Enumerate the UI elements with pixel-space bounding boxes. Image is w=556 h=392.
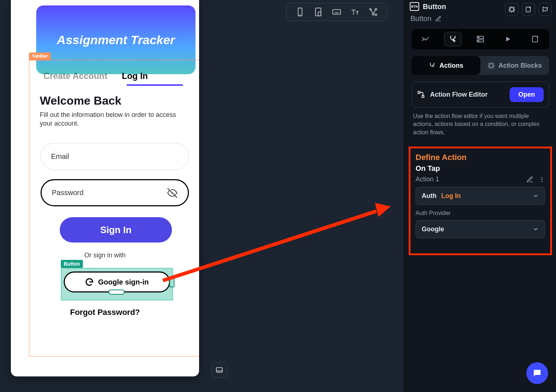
edit-name-icon[interactable]	[435, 16, 442, 22]
svg-rect-22	[418, 92, 420, 94]
chevron-down-icon	[532, 193, 539, 199]
svg-rect-21	[532, 36, 538, 42]
tab-log-in[interactable]: Log In	[122, 71, 148, 81]
define-action-highlight: Define Action On Tap Action 1 Auth Log I…	[409, 147, 552, 255]
seg-actions-label: Actions	[439, 62, 463, 69]
component-name[interactable]: Button	[410, 14, 431, 23]
edit-action-icon[interactable]	[526, 176, 534, 183]
open-flow-editor-button[interactable]: Open	[510, 87, 544, 102]
flow-editor-hint: Use the action flow editor if you want m…	[413, 112, 547, 136]
svg-rect-14	[216, 368, 223, 372]
eye-off-icon[interactable]	[167, 187, 178, 198]
canvas-footer-button[interactable]	[211, 362, 227, 378]
node-settings-icon[interactable]	[368, 7, 378, 17]
seg-actions[interactable]: Actions	[412, 56, 480, 75]
add-panel-icon[interactable]	[522, 3, 535, 16]
panel-tabs	[412, 29, 549, 49]
password-field[interactable]: Password	[41, 179, 189, 206]
define-action-heading: Define Action	[416, 153, 545, 162]
auth-tabs: Create Account Log In	[43, 69, 192, 83]
actions-segmented: Actions Action Blocks	[412, 56, 549, 75]
tab-underline	[127, 84, 183, 86]
flag-icon[interactable]	[539, 3, 552, 16]
or-label: Or sign in with	[11, 252, 199, 259]
svg-point-12	[372, 13, 374, 15]
component-badge-icon: BTN	[410, 2, 419, 11]
svg-point-24	[542, 177, 543, 178]
welcome-heading: Welcome Back	[40, 94, 121, 108]
resize-handle-bottom[interactable]	[109, 290, 125, 295]
tab-run-icon[interactable]	[499, 32, 517, 46]
tabbar-tag: TabBar	[29, 52, 51, 60]
svg-point-19	[478, 37, 479, 38]
canvas-toolbar	[286, 3, 387, 21]
svg-rect-23	[422, 96, 424, 98]
svg-rect-16	[526, 7, 530, 12]
action-menu-icon[interactable]	[539, 176, 545, 183]
action-flow-editor-row: Action Flow Editor Open	[412, 81, 549, 108]
email-field[interactable]: Email	[41, 143, 189, 170]
google-icon	[85, 278, 94, 286]
svg-point-26	[542, 181, 543, 182]
theme-icon[interactable]	[505, 3, 518, 16]
svg-point-20	[478, 41, 479, 41]
device-preview: Assignment Tracker TabBar Create Account…	[11, 0, 199, 376]
seg-action-blocks[interactable]: Action Blocks	[480, 56, 549, 75]
auth-provider-label: Auth Provider	[416, 210, 545, 216]
action-name: Log In	[441, 192, 461, 199]
afe-label: Action Flow Editor	[430, 91, 488, 98]
annotation-arrow-head	[375, 199, 392, 217]
component-type: Button	[423, 3, 446, 11]
trigger-label: On Tap	[416, 164, 545, 173]
svg-point-13	[375, 14, 377, 15]
action-type-dropdown[interactable]: Auth Log In	[416, 187, 545, 205]
open-label: Open	[518, 91, 535, 98]
email-placeholder: Email	[51, 152, 69, 161]
tab-add-icon[interactable]	[527, 32, 544, 46]
keyboard-icon[interactable]	[332, 7, 341, 17]
tab-actions-icon[interactable]	[444, 32, 462, 46]
auth-provider-dropdown[interactable]: Google	[416, 220, 545, 238]
flow-icon	[417, 90, 425, 98]
tab-create-account[interactable]: Create Account	[43, 71, 107, 81]
chevron-down-icon	[532, 226, 539, 232]
forgot-password-link[interactable]: Forgot Password?	[11, 308, 199, 317]
support-chat-button[interactable]	[526, 362, 548, 384]
tab-backend-icon[interactable]	[472, 32, 489, 46]
app-title: Assignment Tracker	[57, 33, 175, 47]
password-placeholder: Password	[52, 189, 84, 197]
phone-icon[interactable]	[295, 7, 305, 17]
sign-in-label: Sign In	[100, 224, 132, 236]
tab-style-icon[interactable]	[417, 32, 434, 46]
action-category: Auth	[422, 192, 437, 199]
text-size-icon[interactable]	[350, 7, 360, 17]
action-number-label: Action 1	[416, 176, 439, 183]
svg-rect-4	[333, 10, 341, 14]
svg-point-25	[542, 179, 543, 180]
seg-blocks-label: Action Blocks	[498, 62, 542, 69]
button-tag: Button	[61, 260, 83, 268]
svg-point-10	[370, 8, 371, 10]
svg-point-11	[375, 8, 377, 10]
welcome-body: Fill out the information below in order …	[40, 110, 177, 128]
property-panel: BTN Button Button Actions Action Blocks	[404, 0, 556, 392]
auth-provider-value: Google	[422, 225, 444, 233]
google-sign-in-label: Google sign-in	[98, 278, 149, 286]
tablet-icon[interactable]	[313, 7, 323, 17]
sign-in-button[interactable]: Sign In	[60, 217, 172, 243]
